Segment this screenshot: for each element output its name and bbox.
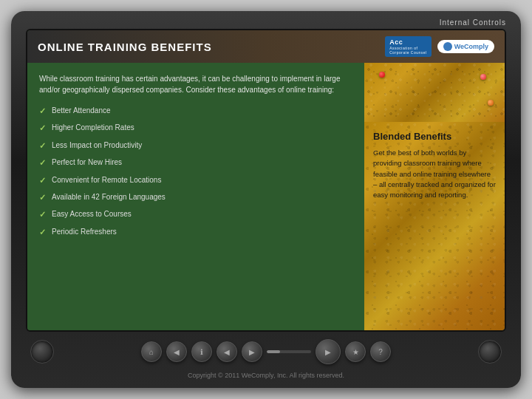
footer-copyright: Copyright © 2011 WeComply, Inc. All righ…: [188, 372, 344, 381]
benefit-label: Better Attendance: [52, 106, 111, 116]
benefit-label: Less Impact on Productivity: [52, 140, 142, 151]
check-icon: ✓: [39, 140, 46, 151]
progress-track: [267, 350, 311, 353]
acc-logo: Acc Association ofCorporate Counsel: [385, 36, 431, 57]
speaker-right: [478, 340, 502, 364]
blended-text: Get the best of both worlds by providing…: [373, 148, 496, 200]
check-icon: ✓: [39, 175, 46, 186]
bottom-controls: ⌂ ◀ ℹ ◀ ▶ ▶ ★ ?: [18, 335, 514, 369]
benefit-label: Easy Access to Courses: [52, 209, 132, 219]
outer-frame: Internal Controls ONLINE TRAINING BENEFI…: [11, 11, 521, 388]
list-item: ✓ Better Attendance: [39, 106, 352, 117]
list-item: ✓ Available in 42 Foreign Languages: [39, 192, 352, 203]
pin-2: [480, 74, 486, 80]
wecomply-logo: WeComply: [437, 40, 494, 53]
intro-text: While classroom training has certain adv…: [39, 73, 352, 95]
benefit-label: Available in 42 Foreign Languages: [52, 192, 166, 202]
pin-3: [488, 100, 494, 106]
content-area: While classroom training has certain adv…: [27, 63, 505, 330]
prev-button[interactable]: ◀: [216, 341, 237, 362]
help-button[interactable]: ?: [370, 341, 391, 362]
speaker-left: [30, 340, 54, 364]
check-icon: ✓: [39, 192, 46, 203]
blended-title: Blended Benefits: [373, 131, 496, 142]
benefit-label: Higher Completion Rates: [52, 123, 134, 133]
next-button[interactable]: ▶: [242, 341, 262, 362]
check-icon: ✓: [39, 106, 46, 117]
list-item: ✓ Easy Access to Courses: [39, 209, 352, 220]
page-title: ONLINE TRAINING BENEFITS: [38, 41, 212, 53]
benefit-label: Perfect for New Hires: [52, 157, 122, 168]
list-item: ✓ Periodic Refreshers: [39, 227, 352, 238]
globe-icon: [443, 42, 452, 51]
pin-1: [379, 72, 385, 78]
header-bar: ONLINE TRAINING BENEFITS Acc Association…: [27, 30, 505, 63]
left-panel: While classroom training has certain adv…: [27, 63, 364, 330]
right-panel: Blended Benefits Get the best of both wo…: [364, 63, 505, 330]
info-button[interactable]: ℹ: [191, 341, 212, 362]
check-icon: ✓: [39, 227, 46, 238]
internal-controls-label: Internal Controls: [18, 18, 514, 27]
list-item: ✓ Convenient for Remote Locations: [39, 175, 352, 186]
progress-area: [267, 350, 311, 353]
home-button[interactable]: ⌂: [141, 341, 162, 362]
benefit-label: Periodic Refreshers: [52, 227, 117, 237]
benefit-label: Convenient for Remote Locations: [52, 175, 161, 185]
progress-fill: [267, 350, 280, 353]
logos-area: Acc Association ofCorporate Counsel WeCo…: [385, 36, 494, 57]
nav-controls: ⌂ ◀ ℹ ◀ ▶ ▶ ★ ?: [141, 339, 391, 364]
blended-benefits-box: Blended Benefits Get the best of both wo…: [364, 122, 505, 330]
back-button[interactable]: ◀: [166, 341, 187, 362]
list-item: ✓ Perfect for New Hires: [39, 157, 352, 168]
check-icon: ✓: [39, 157, 46, 168]
cork-image-top: [364, 63, 505, 122]
check-icon: ✓: [39, 123, 46, 134]
list-item: ✓ Higher Completion Rates: [39, 123, 352, 134]
main-screen: ONLINE TRAINING BENEFITS Acc Association…: [26, 29, 506, 332]
play-button[interactable]: ▶: [316, 339, 341, 364]
star-button[interactable]: ★: [345, 341, 366, 362]
check-icon: ✓: [39, 209, 46, 220]
list-item: ✓ Less Impact on Productivity: [39, 140, 352, 151]
